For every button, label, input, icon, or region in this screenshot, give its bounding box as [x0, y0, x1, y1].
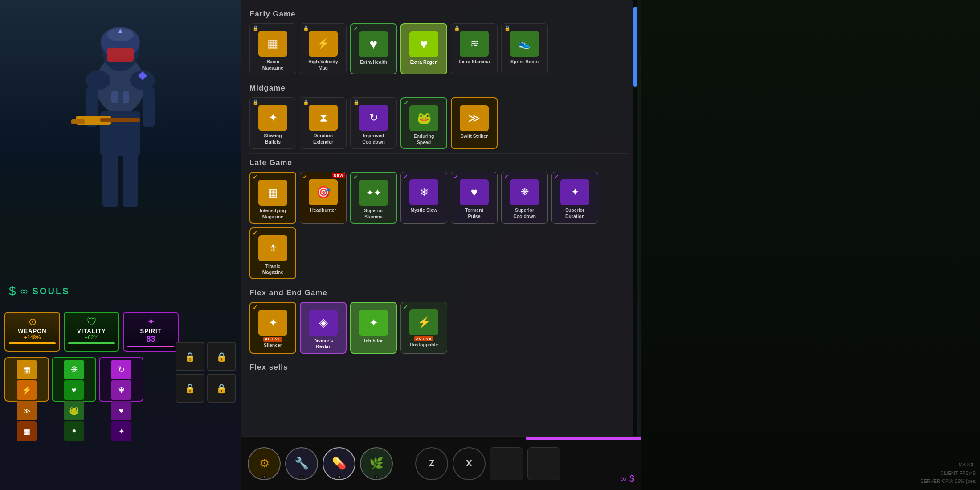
flex-end-header: Flex and End Game: [249, 288, 628, 297]
item-icon: ❋: [510, 179, 539, 205]
late-game-header: Late Game: [249, 158, 628, 167]
flex-slot-2[interactable]: 🔒: [207, 342, 236, 371]
flex-slot-1[interactable]: 🔒: [176, 342, 204, 371]
character-image: [0, 0, 241, 250]
scrollbar-thumb[interactable]: [633, 7, 637, 87]
action-slot-1[interactable]: ⚙ 1: [248, 447, 281, 480]
item-intensifying-magazine[interactable]: ✓ ▦ IntensifyingMagazine: [249, 172, 296, 223]
vitality-ability-1[interactable]: ❋ ♥ 🐸 ✦: [52, 357, 96, 402]
item-name: EnduringSpeed: [413, 133, 434, 145]
item-name: Unstoppable: [410, 342, 438, 348]
item-high-velocity-mag[interactable]: 🔒 ⚡ High-VelocityMag: [300, 23, 347, 74]
item-unstoppable[interactable]: ✓ ⚡ ACTIVE Unstoppable: [400, 302, 447, 354]
item-extra-regen[interactable]: ♥ Extra Regen: [400, 23, 447, 74]
active-badge: ACTIVE: [414, 336, 433, 341]
check-icon: ✓: [504, 173, 509, 180]
item-icon: ❄: [409, 179, 438, 205]
key-slot-x[interactable]: X: [453, 447, 486, 480]
item-superior-stamina[interactable]: ✓ ✦✦ SuperiorStamina: [350, 172, 397, 223]
flex-slot-4[interactable]: 🔒: [207, 374, 236, 403]
key-slot-z[interactable]: Z: [415, 447, 448, 480]
server-cpu: SERVER CPU: 69% [pea: [920, 477, 976, 486]
item-name: SuperiorCooldown: [513, 207, 536, 219]
vitality-name: VITALITY: [68, 328, 115, 334]
item-name: SlowingBullets: [264, 133, 282, 145]
item-icon: ⚡: [409, 309, 438, 335]
midgame-section: Midgame 🔒 ✦ SlowingBullets 🔒 ⧗ DurationE…: [249, 84, 628, 154]
spirit-stat: ✦ SPIRIT 83: [123, 312, 179, 352]
empty-slot-2: [527, 447, 560, 480]
item-improved-cooldown[interactable]: 🔒 ↻ ImprovedCooldown: [350, 97, 397, 149]
action-slot-2[interactable]: 🔧 2: [285, 447, 318, 480]
active-badge: ACTIVE: [263, 337, 282, 342]
item-titanic-magazine[interactable]: ✓ ⚜ TitanicMagazine: [249, 227, 296, 279]
item-extra-health[interactable]: ✓ ♥ Extra Health: [350, 23, 397, 74]
action-slot-4[interactable]: 🌿 4: [360, 447, 393, 480]
late-game-items: ✓ ▦ IntensifyingMagazine ✓ NEW 🎯 Headhun…: [249, 172, 628, 279]
souls-bottom: ∞ $: [621, 474, 634, 484]
item-name: Extra Stamina: [458, 59, 490, 65]
new-badge: NEW: [332, 173, 345, 178]
client-fps: CLIENT FPS:49: [920, 469, 976, 478]
item-icon: ⧗: [309, 105, 338, 131]
item-name: SuperiorDuration: [565, 207, 584, 219]
item-extra-stamina[interactable]: 🔒 ≋ Extra Stamina: [451, 23, 498, 74]
item-mystic-slow[interactable]: ✓ ❄ Mystic Slow: [400, 172, 447, 223]
item-duration-extender[interactable]: 🔒 ⧗ DurationExtender: [300, 97, 347, 149]
weapon-stat: ⊙ WEAPON +148%: [4, 312, 60, 352]
item-icon: ▦: [258, 180, 287, 206]
check-icon: ✓: [302, 173, 307, 180]
weapon-value: +148%: [9, 334, 56, 341]
svg-rect-14: [71, 119, 85, 124]
souls-label: SOULS: [33, 286, 70, 296]
check-icon: ✓: [353, 25, 358, 32]
item-silencer[interactable]: ✓ ✦ ACTIVE Silencer: [249, 302, 296, 354]
item-name: ImprovedCooldown: [362, 133, 385, 145]
item-sprint-boots[interactable]: 🔒 👟 Sprint Boots: [501, 23, 548, 74]
lock-icon: 🔒: [353, 99, 359, 105]
item-headhunter[interactable]: ✓ NEW 🎯 Headhunter: [300, 172, 347, 223]
check-icon: ✓: [403, 304, 408, 310]
weapon-name: WEAPON: [9, 328, 56, 334]
item-icon: ♥: [460, 179, 489, 205]
lock-icon: 🔒: [303, 99, 309, 105]
item-superior-duration[interactable]: ✓ ✦ SuperiorDuration: [551, 172, 598, 223]
item-icon: 🐸: [409, 105, 438, 131]
flex-slot-3[interactable]: 🔒: [176, 374, 204, 403]
item-torment-pulse[interactable]: ✓ ♥ TormentPulse: [451, 172, 498, 223]
item-swift-striker[interactable]: ≫ Swift Striker: [451, 97, 498, 149]
flex-end-game-section: Flex and End Game ✓ ✦ ACTIVE Silencer ◈ …: [249, 288, 628, 358]
vitality-stat: 🛡 VITALITY +62%: [64, 312, 119, 352]
item-name: TitanicMagazine: [262, 264, 283, 276]
action-slot-3[interactable]: 💊 3: [323, 447, 355, 480]
check-icon: ✓: [404, 99, 408, 106]
weapon-icon: ⊙: [9, 316, 56, 328]
item-icon: ≋: [460, 31, 489, 57]
check-icon: ✓: [253, 230, 257, 236]
vitality-value: +62%: [68, 334, 115, 341]
midgame-header: Midgame: [249, 84, 628, 93]
item-diviners-kevlar[interactable]: ◈ Diviner'sKevlar: [300, 302, 347, 354]
item-superior-cooldown[interactable]: ✓ ❋ SuperiorCooldown: [501, 172, 548, 223]
svg-rect-18: [122, 91, 129, 103]
item-enduring-speed[interactable]: ✓ 🐸 EnduringSpeed: [400, 97, 447, 149]
item-basic-magazine[interactable]: 🔒 ▦ BasicMagazine: [249, 23, 296, 74]
check-icon: ✓: [403, 173, 408, 180]
item-slowing-bullets[interactable]: 🔒 ✦ SlowingBullets: [249, 97, 296, 149]
weapon-ability-1[interactable]: ▦ ⚡ ≫ ▦: [4, 357, 49, 402]
svg-rect-16: [100, 118, 140, 122]
item-icon: ✦: [560, 179, 589, 205]
right-panel: MATCH CLIENT FPS:49 SERVER CPU: 69% [pea: [641, 0, 980, 490]
scrollbar-track[interactable]: [633, 0, 637, 437]
lock-icon: 🔒: [504, 25, 510, 31]
item-inhibitor[interactable]: ✦ Inhibitor: [350, 302, 397, 354]
spirit-name: SPIRIT: [127, 328, 174, 334]
item-name: Extra Health: [360, 59, 387, 66]
lock-icon: 🔒: [303, 25, 309, 31]
item-name: Extra Regen: [410, 59, 437, 66]
spirit-ability-1[interactable]: ↻ ❄ ♥ ✦: [99, 357, 143, 402]
item-icon: ✦✦: [359, 180, 388, 206]
item-icon: ▦: [258, 31, 287, 57]
item-name: Diviner'sKevlar: [314, 338, 333, 350]
match-label: MATCH: [920, 461, 976, 469]
